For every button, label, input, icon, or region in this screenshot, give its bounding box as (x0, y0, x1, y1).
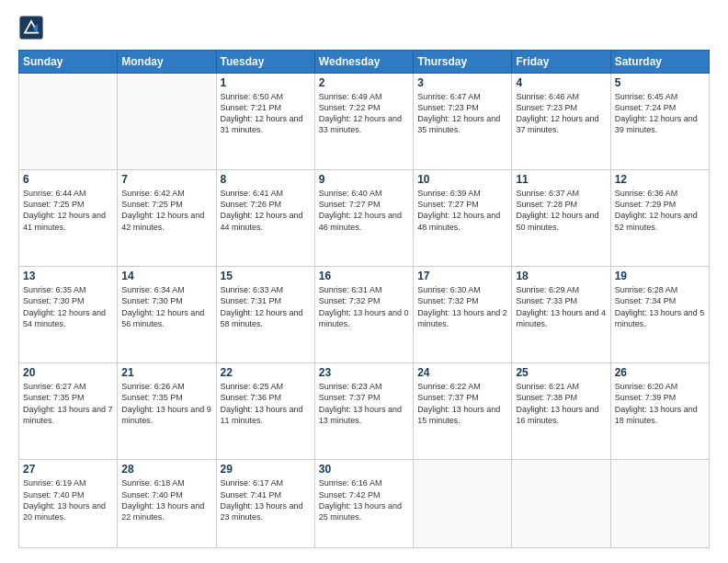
cell-info: Sunrise: 6:27 AM Sunset: 7:35 PM Dayligh… (23, 381, 113, 426)
calendar-cell (19, 74, 118, 170)
calendar-cell: 21Sunrise: 6:26 AM Sunset: 7:35 PM Dayli… (118, 363, 216, 460)
cell-info: Sunrise: 6:25 AM Sunset: 7:36 PM Dayligh… (221, 381, 311, 426)
cell-info: Sunrise: 6:18 AM Sunset: 7:40 PM Dayligh… (121, 477, 211, 523)
day-header-saturday: Saturday (610, 51, 709, 74)
day-header-monday: Monday (118, 51, 216, 74)
calendar-cell: 11Sunrise: 6:37 AM Sunset: 7:28 PM Dayli… (512, 170, 610, 267)
cell-info: Sunrise: 6:34 AM Sunset: 7:30 PM Dayligh… (121, 284, 211, 329)
day-number: 23 (319, 366, 409, 379)
cell-info: Sunrise: 6:20 AM Sunset: 7:39 PM Dayligh… (615, 381, 705, 426)
cell-info: Sunrise: 6:29 AM Sunset: 7:33 PM Dayligh… (516, 284, 606, 329)
calendar-week-1: 1Sunrise: 6:50 AM Sunset: 7:21 PM Daylig… (19, 74, 710, 170)
svg-rect-0 (19, 16, 42, 39)
calendar-cell: 30Sunrise: 6:16 AM Sunset: 7:42 PM Dayli… (314, 460, 413, 548)
cell-info: Sunrise: 6:23 AM Sunset: 7:37 PM Dayligh… (319, 381, 409, 426)
calendar-cell: 7Sunrise: 6:42 AM Sunset: 7:25 PM Daylig… (118, 170, 216, 267)
cell-info: Sunrise: 6:46 AM Sunset: 7:23 PM Dayligh… (516, 91, 606, 136)
cell-info: Sunrise: 6:41 AM Sunset: 7:26 PM Dayligh… (221, 188, 311, 233)
cell-info: Sunrise: 6:35 AM Sunset: 7:30 PM Dayligh… (23, 284, 113, 329)
calendar-cell: 28Sunrise: 6:18 AM Sunset: 7:40 PM Dayli… (118, 460, 216, 548)
cell-info: Sunrise: 6:33 AM Sunset: 7:31 PM Dayligh… (221, 284, 311, 329)
calendar-cell: 5Sunrise: 6:45 AM Sunset: 7:24 PM Daylig… (610, 74, 709, 170)
day-number: 19 (615, 270, 705, 282)
calendar-cell: 23Sunrise: 6:23 AM Sunset: 7:37 PM Dayli… (314, 363, 413, 460)
day-number: 9 (319, 173, 409, 186)
cell-info: Sunrise: 6:36 AM Sunset: 7:29 PM Dayligh… (615, 188, 705, 233)
calendar-week-3: 13Sunrise: 6:35 AM Sunset: 7:30 PM Dayli… (19, 267, 710, 363)
day-number: 7 (121, 173, 211, 186)
cell-info: Sunrise: 6:44 AM Sunset: 7:25 PM Dayligh… (23, 188, 113, 233)
day-number: 1 (221, 76, 311, 89)
day-number: 25 (516, 366, 606, 379)
calendar-cell: 19Sunrise: 6:28 AM Sunset: 7:34 PM Dayli… (610, 267, 709, 363)
calendar-cell: 25Sunrise: 6:21 AM Sunset: 7:38 PM Dayli… (512, 363, 610, 460)
day-number: 4 (516, 76, 606, 89)
calendar-cell (512, 460, 610, 548)
day-number: 21 (121, 366, 211, 379)
calendar-cell: 3Sunrise: 6:47 AM Sunset: 7:23 PM Daylig… (414, 74, 512, 170)
day-number: 28 (121, 463, 211, 476)
calendar-cell: 15Sunrise: 6:33 AM Sunset: 7:31 PM Dayli… (216, 267, 314, 363)
day-number: 15 (221, 270, 311, 282)
calendar-week-2: 6Sunrise: 6:44 AM Sunset: 7:25 PM Daylig… (19, 170, 710, 267)
cell-info: Sunrise: 6:28 AM Sunset: 7:34 PM Dayligh… (615, 284, 705, 329)
day-header-friday: Friday (512, 51, 610, 74)
cell-info: Sunrise: 6:31 AM Sunset: 7:32 PM Dayligh… (319, 284, 409, 329)
cell-info: Sunrise: 6:42 AM Sunset: 7:25 PM Dayligh… (121, 188, 211, 233)
calendar-cell (414, 460, 512, 548)
day-number: 18 (516, 270, 606, 282)
calendar-cell: 27Sunrise: 6:19 AM Sunset: 7:40 PM Dayli… (19, 460, 118, 548)
calendar-cell: 22Sunrise: 6:25 AM Sunset: 7:36 PM Dayli… (216, 363, 314, 460)
calendar-cell (610, 460, 709, 548)
day-number: 3 (417, 76, 507, 89)
cell-info: Sunrise: 6:30 AM Sunset: 7:32 PM Dayligh… (417, 284, 507, 329)
day-number: 14 (121, 270, 211, 282)
calendar-cell: 4Sunrise: 6:46 AM Sunset: 7:23 PM Daylig… (512, 74, 610, 170)
cell-info: Sunrise: 6:22 AM Sunset: 7:37 PM Dayligh… (417, 381, 507, 426)
header (18, 15, 710, 40)
cell-info: Sunrise: 6:50 AM Sunset: 7:21 PM Dayligh… (221, 91, 311, 136)
calendar-cell: 2Sunrise: 6:49 AM Sunset: 7:22 PM Daylig… (314, 74, 413, 170)
day-number: 13 (23, 270, 113, 282)
cell-info: Sunrise: 6:49 AM Sunset: 7:22 PM Dayligh… (319, 91, 409, 136)
calendar-header-row: SundayMondayTuesdayWednesdayThursdayFrid… (19, 51, 710, 74)
calendar-cell: 9Sunrise: 6:40 AM Sunset: 7:27 PM Daylig… (314, 170, 413, 267)
day-number: 8 (221, 173, 311, 186)
day-number: 6 (23, 173, 113, 186)
calendar: SundayMondayTuesdayWednesdayThursdayFrid… (18, 50, 710, 548)
day-number: 24 (417, 366, 507, 379)
day-number: 2 (319, 76, 409, 89)
day-number: 16 (319, 270, 409, 282)
calendar-cell: 18Sunrise: 6:29 AM Sunset: 7:33 PM Dayli… (512, 267, 610, 363)
calendar-cell: 26Sunrise: 6:20 AM Sunset: 7:39 PM Dayli… (610, 363, 709, 460)
cell-info: Sunrise: 6:45 AM Sunset: 7:24 PM Dayligh… (615, 91, 705, 136)
day-number: 30 (319, 463, 409, 476)
day-number: 22 (221, 366, 311, 379)
cell-info: Sunrise: 6:19 AM Sunset: 7:40 PM Dayligh… (23, 477, 113, 523)
logo-icon (18, 15, 44, 40)
calendar-cell (118, 74, 216, 170)
calendar-cell: 24Sunrise: 6:22 AM Sunset: 7:37 PM Dayli… (414, 363, 512, 460)
day-number: 11 (516, 173, 606, 186)
day-number: 12 (615, 173, 705, 186)
calendar-cell: 17Sunrise: 6:30 AM Sunset: 7:32 PM Dayli… (414, 267, 512, 363)
page: SundayMondayTuesdayWednesdayThursdayFrid… (0, 0, 728, 563)
calendar-cell: 13Sunrise: 6:35 AM Sunset: 7:30 PM Dayli… (19, 267, 118, 363)
cell-info: Sunrise: 6:21 AM Sunset: 7:38 PM Dayligh… (516, 381, 606, 426)
day-number: 17 (417, 270, 507, 282)
calendar-cell: 14Sunrise: 6:34 AM Sunset: 7:30 PM Dayli… (118, 267, 216, 363)
day-number: 10 (417, 173, 507, 186)
day-number: 29 (221, 463, 311, 476)
cell-info: Sunrise: 6:26 AM Sunset: 7:35 PM Dayligh… (121, 381, 211, 426)
calendar-cell: 6Sunrise: 6:44 AM Sunset: 7:25 PM Daylig… (19, 170, 118, 267)
day-header-thursday: Thursday (414, 51, 512, 74)
day-header-wednesday: Wednesday (314, 51, 413, 74)
day-number: 5 (615, 76, 705, 89)
calendar-week-5: 27Sunrise: 6:19 AM Sunset: 7:40 PM Dayli… (19, 460, 710, 548)
calendar-cell: 20Sunrise: 6:27 AM Sunset: 7:35 PM Dayli… (19, 363, 118, 460)
calendar-cell: 10Sunrise: 6:39 AM Sunset: 7:27 PM Dayli… (414, 170, 512, 267)
day-number: 26 (615, 366, 705, 379)
logo (18, 15, 48, 40)
cell-info: Sunrise: 6:40 AM Sunset: 7:27 PM Dayligh… (319, 188, 409, 233)
calendar-cell: 29Sunrise: 6:17 AM Sunset: 7:41 PM Dayli… (216, 460, 314, 548)
